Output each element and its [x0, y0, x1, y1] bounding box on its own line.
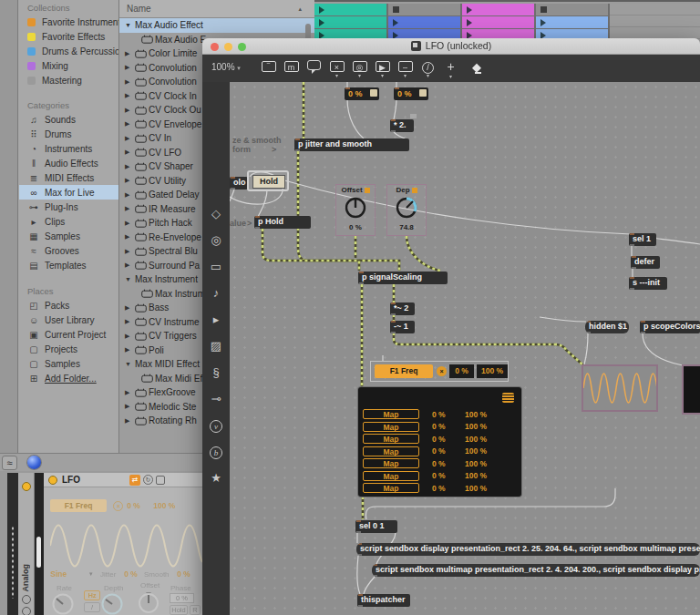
- clip-slot[interactable]: [314, 16, 386, 28]
- toolbar-tool-button[interactable]: – ▾: [394, 57, 417, 81]
- expand-arrow-icon[interactable]: ▶: [125, 107, 135, 114]
- expand-arrow-icon[interactable]: ▶: [125, 149, 135, 156]
- depth-knob[interactable]: [100, 592, 124, 615]
- map-max-value[interactable]: 100 %: [465, 471, 498, 480]
- expand-arrow-icon[interactable]: ▶: [125, 50, 135, 57]
- depth-dial[interactable]: [395, 195, 418, 219]
- sidebar-tool-icon[interactable]: ★: [202, 470, 230, 497]
- device-mini-icon[interactable]: [22, 595, 31, 604]
- sidebar-tool-icon[interactable]: ▭: [202, 259, 230, 285]
- map-button[interactable]: Map: [363, 446, 419, 456]
- map-max-value[interactable]: 100 %: [465, 435, 498, 444]
- map-button[interactable]: Map: [363, 434, 419, 444]
- object-sel1[interactable]: sel 1: [629, 233, 656, 246]
- expand-arrow-icon[interactable]: ▶: [125, 248, 135, 255]
- expand-arrow-icon[interactable]: ▶: [125, 78, 135, 86]
- param-min-value[interactable]: 0 %: [449, 364, 474, 378]
- expand-arrow-icon[interactable]: ▶: [125, 233, 135, 241]
- object-sel01[interactable]: sel 0 1: [355, 520, 397, 533]
- toolbar-tool-button[interactable]: + ▾: [439, 57, 462, 81]
- expand-arrow-icon[interactable]: ▼: [125, 22, 135, 28]
- sidebar-item-category[interactable]: ≣ MIDI Effects: [19, 170, 118, 185]
- sidebar-item-category[interactable]: ◔ Instruments: [19, 141, 118, 156]
- object-jitter-subpatch[interactable]: p jitter and smooth: [294, 138, 409, 151]
- hold-toggle-selected[interactable]: Hold: [247, 170, 289, 191]
- map-button[interactable]: Map: [363, 409, 419, 419]
- map-button[interactable]: Map: [363, 483, 419, 493]
- sort-arrow-icon[interactable]: ▴: [298, 5, 302, 13]
- sidebar-item-category[interactable]: ▸ Clips: [19, 214, 118, 229]
- message-script1[interactable]: script sendbox display presentation_rect…: [356, 543, 700, 556]
- toolbar-tool-button[interactable]: [303, 57, 325, 81]
- expand-arrow-icon[interactable]: ▶: [125, 191, 135, 199]
- device-mini-icon[interactable]: [22, 607, 31, 615]
- device-activator-led[interactable]: [48, 476, 57, 485]
- sidebar-item-place[interactable]: ▢ Samples: [19, 356, 118, 371]
- map-param-button[interactable]: F1 Freq: [375, 364, 433, 378]
- map-min-value[interactable]: 0 %: [432, 484, 458, 493]
- expand-arrow-icon[interactable]: ▶: [125, 135, 135, 142]
- expand-arrow-icon[interactable]: ▶: [125, 304, 135, 312]
- divider-handle[interactable]: [36, 537, 41, 568]
- hold-button[interactable]: Hold: [170, 605, 188, 615]
- live-numbox[interactable]: 0 %: [345, 87, 379, 100]
- object-times2-sig[interactable]: *~ 2: [390, 302, 415, 315]
- expand-arrow-icon[interactable]: ▶: [125, 318, 135, 325]
- param-max-value[interactable]: 100 %: [477, 364, 508, 378]
- expand-arrow-icon[interactable]: ▶: [125, 92, 135, 99]
- expand-arrow-icon[interactable]: ▼: [125, 276, 135, 282]
- object-defer[interactable]: defer: [631, 256, 660, 269]
- sidebar-tool-icon[interactable]: ▸: [202, 312, 230, 338]
- clip-slot[interactable]: [314, 4, 386, 15]
- sidebar-item-category[interactable]: ♫ Sounds: [19, 112, 118, 127]
- expand-arrow-icon[interactable]: ▼: [125, 361, 135, 367]
- toolbar-tool-button[interactable]: ‾: [257, 57, 280, 81]
- sidebar-item-collection[interactable]: Drums & Percussion: [19, 44, 118, 58]
- expand-arrow-icon[interactable]: ▶: [125, 64, 135, 71]
- expand-arrow-icon[interactable]: ▶: [125, 417, 135, 425]
- map-button[interactable]: Map: [363, 458, 419, 468]
- max-title-bar[interactable]: LFO (unlocked): [202, 38, 700, 55]
- map-max-value[interactable]: 100 %: [465, 484, 498, 493]
- sync-mode-button[interactable]: /: [84, 602, 100, 612]
- map-min-value[interactable]: 0 %: [127, 501, 140, 510]
- groove-pool-icon[interactable]: ≈: [2, 456, 17, 470]
- map-min-value[interactable]: 0 %: [432, 446, 458, 456]
- sidebar-item-place[interactable]: ▣ Current Project: [19, 327, 118, 342]
- map-min-value[interactable]: 0 %: [432, 410, 458, 419]
- paint-bucket-icon[interactable]: ◆: [472, 60, 481, 74]
- sidebar-item-category[interactable]: ▤ Templates: [19, 258, 118, 272]
- toolbar-tool-button[interactable]: m: [280, 57, 303, 81]
- unmap-icon[interactable]: ×: [113, 501, 123, 511]
- save-preset-icon[interactable]: ↻: [143, 475, 153, 485]
- sidebar-item-category[interactable]: ‖ Audio Effects: [19, 156, 118, 170]
- map-button[interactable]: Map: [363, 422, 419, 432]
- hold-toggle-button[interactable]: Hold: [252, 175, 285, 189]
- object-signal-scaling[interactable]: p signalScaling: [358, 272, 448, 284]
- sidebar-tool-icon[interactable]: §: [202, 364, 230, 391]
- clip-slot[interactable]: [536, 16, 608, 28]
- sidebar-tool-icon[interactable]: v: [202, 417, 230, 444]
- smooth-value[interactable]: 0 %: [177, 569, 190, 579]
- map-max-value[interactable]: 100 %: [465, 446, 498, 456]
- offset-knob[interactable]: [137, 590, 160, 614]
- sidebar-item-category[interactable]: ▦ Samples: [19, 229, 118, 243]
- sidebar-item-category[interactable]: ∞ Max for Live: [19, 185, 118, 200]
- object-scope-colors[interactable]: p scopeColors: [640, 321, 700, 333]
- object-thispatcher[interactable]: thispatcher: [357, 594, 410, 607]
- show-patch-icon[interactable]: [156, 476, 165, 485]
- sidebar-item-place[interactable]: ◰ Packs: [19, 298, 118, 313]
- clip-slot[interactable]: [388, 4, 460, 15]
- sidebar-item-category[interactable]: ⊶ Plug-Ins: [19, 200, 118, 214]
- offset-dial[interactable]: [344, 195, 367, 219]
- map-min-value[interactable]: 0 %: [432, 422, 458, 431]
- retrigger-button[interactable]: R: [190, 605, 201, 615]
- expand-arrow-icon[interactable]: ▶: [125, 120, 135, 128]
- expand-arrow-icon[interactable]: ▶: [125, 333, 135, 340]
- message-hidden[interactable]: hidden $1: [585, 321, 629, 333]
- results-header[interactable]: Name ▴: [119, 0, 314, 18]
- sidebar-tool-icon[interactable]: ▨: [202, 338, 230, 364]
- rate-knob[interactable]: [51, 592, 75, 615]
- lfo-title-bar[interactable]: LFO ⇄ ↻: [44, 473, 202, 487]
- menu-icon[interactable]: [502, 393, 514, 403]
